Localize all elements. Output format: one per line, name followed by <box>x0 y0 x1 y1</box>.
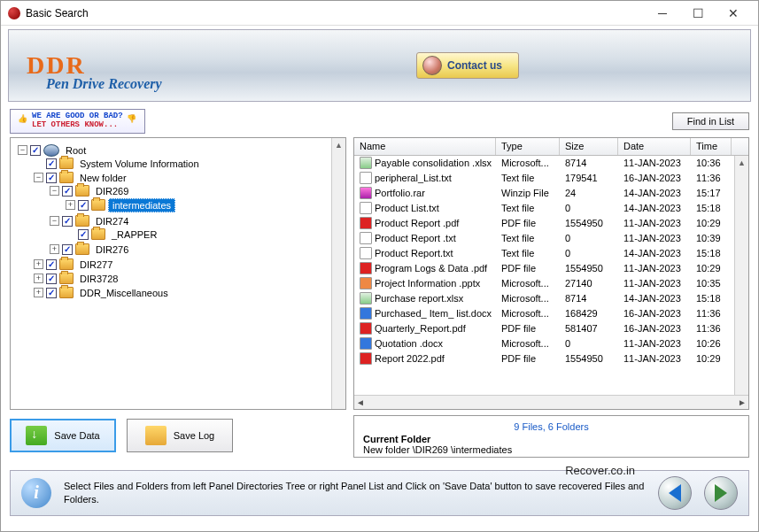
tree-dir277[interactable]: DIR277 <box>76 258 116 271</box>
file-time: 10:26 <box>691 338 732 349</box>
list-item[interactable]: Program Logs & Data .pdfPDF file15549501… <box>354 261 748 276</box>
tree-checkbox[interactable]: ✓ <box>62 244 73 255</box>
col-type[interactable]: Type <box>496 138 560 155</box>
list-item[interactable]: Report 2022.pdfPDF file155495011-JAN-202… <box>354 351 748 366</box>
list-header: Name Type Size Date Time <box>354 138 748 156</box>
list-item[interactable]: Product List.txtText file014-JAN-202315:… <box>354 201 748 216</box>
find-in-list-button[interactable]: Find in List <box>672 112 749 130</box>
prev-button[interactable] <box>658 476 692 510</box>
file-type: Microsoft... <box>496 278 560 289</box>
list-vscrollbar[interactable]: ▲ <box>734 156 748 395</box>
list-item[interactable]: peripheral_List.txtText file17954116-JAN… <box>354 171 748 186</box>
tree-root[interactable]: Root <box>62 144 89 157</box>
list-item[interactable]: Product Report .pdfPDF file155495011-JAN… <box>354 216 748 231</box>
list-item[interactable]: Quotation .docxMicrosoft...011-JAN-20231… <box>354 336 748 351</box>
list-item[interactable]: Portfolio.rarWinzip File2414-JAN-202315:… <box>354 186 748 201</box>
file-size: 0 <box>560 338 618 349</box>
expand-toggle[interactable]: + <box>50 244 59 254</box>
tree-sys-vol[interactable]: System Volume Information <box>76 158 203 170</box>
list-item[interactable]: Purchase report.xlsxMicrosoft...871414-J… <box>354 291 748 306</box>
tree-scrollbar[interactable]: ▲ <box>331 138 345 409</box>
tree-dir274[interactable]: DIR274 <box>92 215 132 227</box>
expand-toggle[interactable]: − <box>18 145 27 155</box>
file-name: Report 2022.pdf <box>375 353 445 364</box>
expand-toggle[interactable]: − <box>50 186 59 196</box>
folder-icon <box>59 172 74 183</box>
expand-toggle[interactable]: + <box>34 288 43 297</box>
tree-checkbox[interactable]: ✓ <box>78 200 89 211</box>
info-icon: i <box>21 478 51 508</box>
file-date: 16-JAN-2023 <box>618 308 691 319</box>
pdf-file-icon <box>360 322 372 335</box>
tree-checkbox[interactable]: ✓ <box>46 259 57 270</box>
file-type: PDF file <box>496 263 560 274</box>
ppt-file-icon <box>360 277 372 289</box>
col-date[interactable]: Date <box>618 138 691 155</box>
close-button[interactable]: ✕ <box>716 2 751 25</box>
tree-intermediates[interactable]: intermediates <box>108 198 175 212</box>
contact-us-button[interactable]: Contact us <box>416 52 519 79</box>
arrow-left-icon <box>669 484 681 502</box>
list-item[interactable]: Quarterly_Report.pdfPDF file58140716-JAN… <box>354 321 748 336</box>
tree-checkbox[interactable]: ✓ <box>46 288 57 298</box>
expand-toggle[interactable]: + <box>34 259 43 269</box>
main-area: −✓Root ✓System Volume Information −✓New … <box>1 137 758 415</box>
file-name: Quotation .docx <box>375 338 443 349</box>
file-time: 15:17 <box>691 188 732 198</box>
expand-toggle[interactable]: + <box>34 274 43 283</box>
file-date: 14-JAN-2023 <box>618 188 691 198</box>
tree-new-folder[interactable]: New folder <box>76 172 130 184</box>
file-size: 1554950 <box>560 218 618 228</box>
brand-subtitle: Pen Drive Recovery <box>46 76 162 92</box>
list-item[interactable]: Payable consolidation .xlsxMicrosoft...8… <box>354 156 748 171</box>
tree-rapper[interactable]: _RAPPER <box>108 228 160 241</box>
expand-toggle[interactable]: − <box>50 216 59 226</box>
feedback-badge[interactable]: 👍 WE ARE GOOD OR BAD? LET OTHERS KNOW...… <box>10 109 145 134</box>
file-type: Microsoft... <box>496 158 560 168</box>
tree-dir3728[interactable]: DIR3728 <box>76 273 121 285</box>
directory-tree[interactable]: −✓Root ✓System Volume Information −✓New … <box>14 143 342 301</box>
file-date: 16-JAN-2023 <box>618 173 691 183</box>
tree-checkbox[interactable]: ✓ <box>46 173 57 183</box>
save-log-button[interactable]: Save Log <box>127 419 233 452</box>
tree-ddr-misc[interactable]: DDR_Miscellaneous <box>76 287 172 299</box>
tree-dir269[interactable]: DIR269 <box>92 185 132 197</box>
footer-bar: i Select Files and Folders from left Pan… <box>10 470 749 516</box>
file-time: 15:18 <box>691 203 732 213</box>
list-hscrollbar[interactable]: ◄► <box>354 395 748 409</box>
tree-dir276[interactable]: DIR276 <box>92 243 132 256</box>
file-size: 8714 <box>560 158 618 168</box>
tree-checkbox[interactable]: ✓ <box>46 158 57 169</box>
col-size[interactable]: Size <box>560 138 618 155</box>
file-name: Quarterly_Report.pdf <box>375 323 466 334</box>
arrow-right-icon <box>715 484 727 502</box>
list-item[interactable]: Product Report.txtText file014-JAN-20231… <box>354 246 748 261</box>
file-time: 15:18 <box>691 293 732 304</box>
next-button[interactable] <box>704 476 738 510</box>
list-item[interactable]: Purchased_ Item_ list.docxMicrosoft...16… <box>354 306 748 321</box>
tree-panel: −✓Root ✓System Volume Information −✓New … <box>10 137 346 410</box>
maximize-button[interactable]: ☐ <box>680 2 716 25</box>
file-date: 16-JAN-2023 <box>618 323 691 334</box>
list-item[interactable]: Project Information .pptxMicrosoft...271… <box>354 276 748 291</box>
list-item[interactable]: Product Report .txtText file011-JAN-2023… <box>354 231 748 246</box>
expand-toggle[interactable]: + <box>66 200 75 210</box>
feedback-line2: LET OTHERS KNOW... <box>32 121 123 130</box>
col-time[interactable]: Time <box>691 138 732 155</box>
minimize-button[interactable]: ─ <box>645 2 680 25</box>
expand-toggle[interactable]: − <box>34 173 43 182</box>
col-name[interactable]: Name <box>354 138 496 155</box>
save-data-button[interactable]: Save Data <box>10 419 116 452</box>
tree-checkbox[interactable]: ✓ <box>46 274 57 284</box>
tree-checkbox[interactable]: ✓ <box>30 145 41 156</box>
pdf-file-icon <box>360 217 372 229</box>
xls-file-icon <box>360 157 372 169</box>
file-time: 11:36 <box>691 308 732 319</box>
tree-checkbox[interactable]: ✓ <box>62 186 73 197</box>
tree-checkbox[interactable]: ✓ <box>78 229 89 240</box>
file-list-panel: Name Type Size Date Time Payable consoli… <box>353 137 749 410</box>
tree-checkbox[interactable]: ✓ <box>62 216 73 227</box>
folder-icon <box>75 215 89 227</box>
list-body[interactable]: Payable consolidation .xlsxMicrosoft...8… <box>354 156 748 395</box>
file-time: 10:35 <box>691 278 732 289</box>
